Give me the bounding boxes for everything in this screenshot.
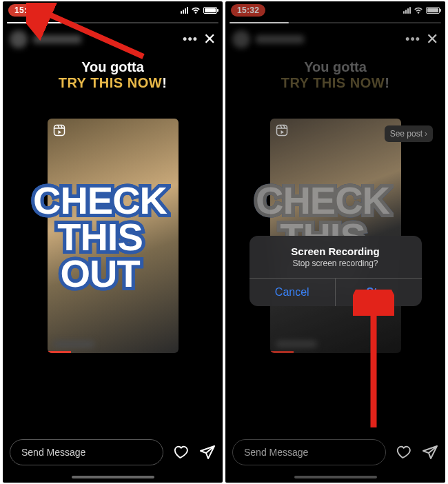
reel-progress	[48, 351, 71, 353]
send-message-placeholder: Send Message	[21, 447, 85, 458]
story-sticker-text: CHECK THIS OUT	[7, 182, 193, 292]
story-progress-bar	[7, 22, 218, 23]
headline-line2: TRY THIS NOW	[59, 75, 162, 90]
alert-message: Stop screen recording?	[250, 259, 422, 278]
wifi-icon	[191, 6, 201, 14]
more-options-icon[interactable]: •••	[183, 32, 198, 47]
alert-stop-button[interactable]: Stop	[335, 279, 422, 306]
share-icon[interactable]	[199, 444, 216, 461]
phone-screenshot-right: 15:32 ••• ✕ You gotta TRY THIS NOW!	[225, 1, 445, 483]
home-indicator	[72, 476, 154, 478]
cellular-signal-icon	[181, 7, 188, 14]
close-icon[interactable]: ✕	[203, 32, 216, 47]
like-icon[interactable]	[173, 444, 190, 461]
screen-recording-alert: Screen Recording Stop screen recording? …	[250, 236, 422, 306]
story-headline: You gotta TRY THIS NOW!	[3, 59, 223, 91]
status-icons	[181, 6, 217, 14]
headline-line1: You gotta	[3, 59, 223, 75]
battery-icon	[203, 7, 217, 14]
reels-icon	[53, 124, 65, 137]
send-message-input[interactable]: Send Message	[10, 439, 163, 465]
phone-screenshot-left: 15:32 ••• ✕ You gotta TRY THIS NOW!	[3, 1, 223, 483]
status-bar: 15:32	[3, 1, 223, 19]
alert-title: Screen Recording	[250, 236, 422, 259]
svg-rect-0	[54, 125, 64, 136]
author-username[interactable]	[33, 35, 81, 43]
story-header: ••• ✕	[3, 28, 223, 51]
alert-cancel-button[interactable]: Cancel	[250, 279, 336, 306]
recording-indicator-pill[interactable]: 15:32	[8, 4, 43, 17]
reply-bar: Send Message	[10, 438, 216, 466]
reel-caption-blurred	[53, 341, 94, 347]
headline-exclaim: !	[162, 75, 167, 90]
author-avatar[interactable]	[10, 30, 28, 48]
